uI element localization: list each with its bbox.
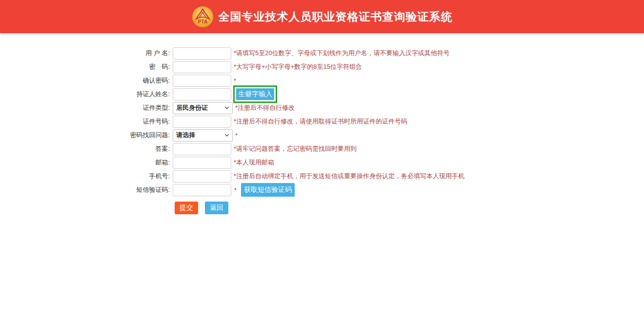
confirm-password-input[interactable] bbox=[173, 75, 231, 87]
registration-form: 用 户 名: *请填写5至20位数字、字母或下划线作为用户名，请不要输入汉字或其… bbox=[0, 46, 644, 214]
sms-code-label: 短信验证码: bbox=[0, 185, 173, 194]
username-hint: *请填写5至20位数字、字母或下划线作为用户名，请不要输入汉字或其他符号 bbox=[234, 49, 450, 58]
cert-type-label: 证件类型: bbox=[0, 103, 173, 112]
submit-button[interactable]: 提交 bbox=[175, 202, 198, 214]
get-sms-code-button[interactable]: 获取短信验证码 bbox=[241, 183, 295, 197]
cert-type-hint: *注册后不得自行修改 bbox=[235, 103, 295, 112]
cert-number-row: 证件号码: *注册后不得自行修改，请使用取得证书时所用证件的证件号码 bbox=[0, 115, 644, 128]
email-row: 邮箱: *本人现用邮箱 bbox=[0, 156, 644, 169]
password-row: 密 码: *大写字母+小写字母+数字的8至15位字符组合 bbox=[0, 60, 644, 74]
page-header: PTA 全国专业技术人员职业资格证书查询验证系统 bbox=[0, 0, 644, 33]
mobile-label: 手机号: bbox=[0, 172, 173, 181]
pwd-question-label: 密码找回问题: bbox=[0, 131, 173, 140]
holder-name-row: 持证人姓名: 生僻字输入 bbox=[0, 87, 644, 101]
answer-label: 答案: bbox=[0, 144, 173, 153]
pta-logo-icon: PTA bbox=[192, 6, 214, 28]
chevron-down-icon bbox=[224, 133, 229, 138]
pwd-question-row: 密码找回问题: 请选择 * bbox=[0, 128, 644, 142]
email-label: 邮箱: bbox=[0, 158, 173, 167]
cert-number-hint: *注册后不得自行修改，请使用取得证书时所用证件的证件号码 bbox=[234, 117, 407, 126]
email-hint: *本人现用邮箱 bbox=[234, 158, 274, 167]
mobile-row: 手机号: *注册后自动绑定手机，用于发送短信或重要操作身份认定，务必填写本人现用… bbox=[0, 169, 644, 183]
sms-code-required-star: * bbox=[234, 186, 237, 194]
email-input[interactable] bbox=[173, 157, 231, 169]
pwd-question-hint: * bbox=[235, 132, 238, 139]
username-label: 用 户 名: bbox=[0, 49, 173, 58]
svg-text:PTA: PTA bbox=[198, 19, 207, 24]
confirm-password-row: 确认密码: * bbox=[0, 74, 644, 87]
confirm-password-label: 确认密码: bbox=[0, 76, 173, 85]
cert-type-select[interactable]: 居民身份证 bbox=[173, 102, 233, 114]
cert-number-label: 证件号码: bbox=[0, 117, 173, 126]
confirm-password-hint: * bbox=[234, 77, 236, 84]
password-label: 密 码: bbox=[0, 62, 173, 71]
username-row: 用 户 名: *请填写5至20位数字、字母或下划线作为用户名，请不要输入汉字或其… bbox=[0, 46, 644, 60]
pwd-question-select[interactable]: 请选择 bbox=[173, 129, 233, 142]
password-hint: *大写字母+小写字母+数字的8至15位字符组合 bbox=[234, 62, 362, 71]
mobile-input[interactable] bbox=[173, 170, 231, 183]
rare-character-input-button[interactable]: 生僻字输入 bbox=[236, 88, 274, 100]
mobile-hint: *注册后自动绑定手机，用于发送短信或重要操作身份认定，务必填写本人现用手机 bbox=[234, 172, 464, 181]
password-input[interactable] bbox=[173, 61, 231, 73]
holder-name-input[interactable] bbox=[173, 88, 231, 101]
back-button[interactable]: 返回 bbox=[205, 202, 228, 214]
highlight-box: 生僻字输入 bbox=[233, 85, 277, 103]
sms-code-input[interactable] bbox=[173, 184, 231, 196]
answer-hint: *请牢记问题答案，忘记密码需找回时要用到 bbox=[234, 144, 357, 153]
chevron-down-icon bbox=[224, 105, 229, 110]
pwd-question-selected-value: 请选择 bbox=[176, 131, 224, 140]
holder-name-label: 持证人姓名: bbox=[0, 90, 173, 99]
cert-type-row: 证件类型: 居民身份证 *注册后不得自行修改 bbox=[0, 101, 644, 115]
form-actions: 提交 返回 bbox=[175, 202, 644, 214]
sms-code-row: 短信验证码: * 获取短信验证码 bbox=[0, 183, 644, 197]
answer-row: 答案: *请牢记问题答案，忘记密码需找回时要用到 bbox=[0, 142, 644, 156]
username-input[interactable] bbox=[173, 47, 231, 60]
answer-input[interactable] bbox=[173, 143, 231, 155]
cert-number-input[interactable] bbox=[173, 116, 231, 128]
page-title: 全国专业技术人员职业资格证书查询验证系统 bbox=[219, 9, 453, 24]
cert-type-selected-value: 居民身份证 bbox=[176, 103, 224, 112]
